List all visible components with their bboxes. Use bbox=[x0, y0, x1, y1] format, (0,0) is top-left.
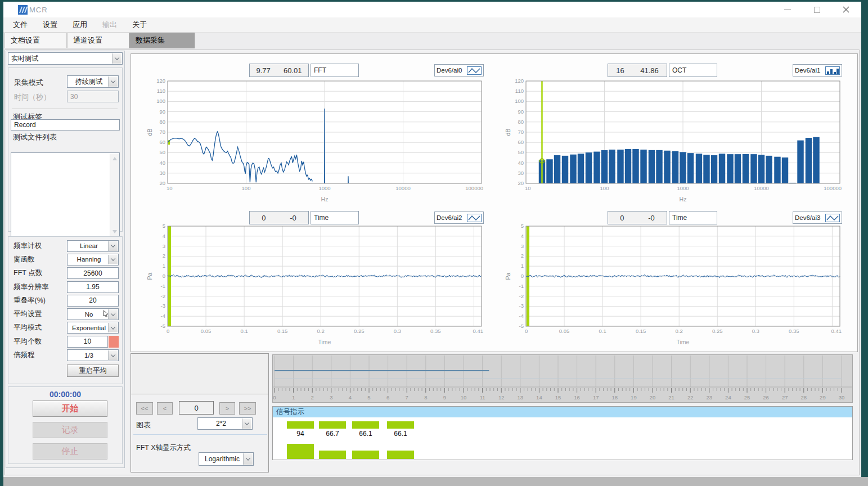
signal-level-bar bbox=[387, 421, 414, 429]
signal-peak-bar bbox=[287, 444, 314, 459]
close-button[interactable] bbox=[840, 4, 852, 15]
pager-prev-button[interactable]: < bbox=[157, 402, 173, 415]
start-button[interactable]: 开始 bbox=[33, 400, 107, 417]
record-button[interactable]: 记录 bbox=[33, 422, 107, 438]
svg-text:10000: 10000 bbox=[754, 185, 768, 191]
chart-layout-select[interactable]: 2*2 bbox=[197, 417, 253, 430]
svg-text:0.3: 0.3 bbox=[394, 328, 401, 334]
scroll-down-icon[interactable] bbox=[113, 230, 117, 233]
svg-text:0.35: 0.35 bbox=[430, 328, 441, 334]
plot-type-box[interactable]: Time bbox=[669, 211, 717, 224]
signal-channel-3: 66.1 bbox=[352, 407, 379, 461]
svg-text:12: 12 bbox=[498, 394, 505, 400]
svg-text:10: 10 bbox=[461, 394, 467, 400]
fft-xaxis-value: Logarithmic bbox=[205, 455, 248, 463]
cursor-readout-box: 9.7760.01 bbox=[249, 64, 309, 77]
menu-item-3[interactable]: 应用 bbox=[73, 20, 87, 30]
acq-mode-select[interactable]: 持续测试 bbox=[67, 75, 119, 88]
svg-text:8: 8 bbox=[424, 394, 427, 400]
channel-label: Dev6/ai3 bbox=[795, 214, 820, 221]
svg-text:15: 15 bbox=[555, 394, 561, 400]
svg-text:dB: dB bbox=[146, 129, 153, 136]
fft-xaxis-select[interactable]: Logarithmic bbox=[199, 452, 254, 466]
scrollbar[interactable] bbox=[110, 154, 119, 237]
svg-text:0: 0 bbox=[167, 328, 169, 334]
analysis-select-7[interactable]: Exponential bbox=[67, 322, 119, 334]
channel-box[interactable]: Dev6/ai2 bbox=[434, 212, 484, 224]
analysis-select-1[interactable]: Linear bbox=[67, 240, 119, 252]
analysis-input-3[interactable]: 25600 bbox=[67, 267, 119, 279]
pager-first-button[interactable]: << bbox=[136, 402, 153, 415]
tab-2[interactable]: 通道设置 bbox=[67, 33, 129, 48]
plot-type-box[interactable]: OCT bbox=[669, 64, 717, 77]
channel-box[interactable]: Dev6/ai1 bbox=[793, 64, 842, 76]
acquisition-groupbox: 采集模式 持续测试 时间（秒） 30 测试标签 Record 测试文件列表 bbox=[8, 68, 123, 232]
svg-text:0: 0 bbox=[521, 273, 524, 279]
svg-text:19: 19 bbox=[631, 394, 637, 400]
acq-time-label: 时间（秒） bbox=[14, 92, 51, 102]
cursor-readout-value: 16 bbox=[616, 66, 624, 75]
svg-text:0: 0 bbox=[273, 394, 276, 400]
maximize-button[interactable] bbox=[811, 4, 823, 15]
analysis-select-9[interactable]: 1/3 bbox=[67, 349, 119, 361]
svg-text:0.1: 0.1 bbox=[599, 328, 606, 334]
analysis-row-label: 倍频程 bbox=[14, 350, 67, 360]
channel-label: Dev6/ai0 bbox=[437, 67, 462, 74]
menu-item-2[interactable]: 设置 bbox=[43, 20, 57, 30]
line-icon bbox=[467, 214, 482, 222]
oct-plot[interactable]: 2030405060708090100110120101001000100001… bbox=[505, 79, 843, 204]
svg-text:Time: Time bbox=[318, 339, 331, 345]
svg-text:24: 24 bbox=[725, 394, 731, 400]
plot-type-box[interactable]: FFT bbox=[311, 64, 359, 77]
svg-text:20: 20 bbox=[518, 180, 524, 186]
svg-text:60: 60 bbox=[518, 139, 524, 145]
chart-layout-label: 图表 bbox=[136, 420, 151, 430]
pager-next-button[interactable]: > bbox=[219, 402, 235, 415]
cursor-readout-value: -0 bbox=[648, 214, 655, 222]
minimize-button[interactable] bbox=[781, 4, 794, 15]
test-tag-input[interactable]: Record bbox=[11, 119, 120, 130]
svg-text:17: 17 bbox=[593, 394, 599, 400]
plot-type-box[interactable]: Time bbox=[311, 211, 359, 224]
svg-text:Pa: Pa bbox=[146, 272, 153, 280]
restart-average-button[interactable]: 重启平均 bbox=[67, 364, 119, 377]
page-number-display[interactable]: 0 bbox=[179, 401, 214, 415]
time-chart-ai2-cell: 0-0TimeDev6/ai2-5-4-3-2-101234500.050.10… bbox=[132, 209, 489, 350]
svg-text:100: 100 bbox=[600, 185, 609, 191]
svg-text:1: 1 bbox=[292, 394, 295, 400]
stop-button[interactable]: 停止 bbox=[33, 443, 107, 460]
svg-text:100: 100 bbox=[156, 98, 165, 104]
pager-last-button[interactable]: >> bbox=[239, 402, 256, 415]
preview-area bbox=[131, 354, 268, 394]
channel-box[interactable]: Dev6/ai3 bbox=[793, 212, 842, 224]
test-file-listbox[interactable] bbox=[11, 152, 120, 238]
time-ai2-plot[interactable]: -5-4-3-2-101234500.050.10.150.20.250.30.… bbox=[146, 224, 485, 346]
menu-item-5[interactable]: 关于 bbox=[132, 20, 147, 30]
test-mode-select[interactable]: 实时测试 bbox=[8, 52, 123, 65]
acq-time-input[interactable]: 30 bbox=[67, 91, 119, 102]
svg-text:0.15: 0.15 bbox=[277, 328, 288, 334]
analysis-select-value: Hanning bbox=[77, 256, 109, 263]
analysis-input-4[interactable]: 1.95 bbox=[67, 281, 119, 293]
svg-text:90: 90 bbox=[518, 109, 524, 115]
tab-1[interactable]: 文档设置 bbox=[5, 33, 67, 48]
analysis-select-6[interactable]: No bbox=[67, 308, 119, 320]
menu-item-1[interactable]: 文件 bbox=[13, 20, 28, 30]
svg-text:0: 0 bbox=[163, 273, 165, 279]
time-ai3-plot[interactable]: -5-4-3-2-101234500.050.10.150.20.250.30.… bbox=[505, 224, 843, 346]
chevron-down-icon bbox=[108, 76, 118, 87]
signal-channel-4: 66.1 bbox=[387, 407, 414, 461]
cursor-readout-box: 0-0 bbox=[249, 211, 309, 224]
analysis-row-label: 平均模式 bbox=[14, 323, 67, 332]
analysis-input-5[interactable]: 20 bbox=[67, 295, 119, 307]
separator bbox=[12, 109, 118, 109]
chevron-down-icon bbox=[243, 453, 253, 465]
fft-plot[interactable]: 2030405060708090100110120101001000100001… bbox=[146, 79, 485, 204]
tab-3[interactable]: 数据采集 bbox=[129, 33, 195, 48]
elapsed-timer: 00:00:00 bbox=[8, 390, 122, 399]
cursor-readout-value: 60.01 bbox=[284, 66, 302, 75]
channel-box[interactable]: Dev6/ai0 bbox=[434, 64, 484, 76]
analysis-input-8[interactable]: 10 bbox=[67, 336, 108, 348]
scroll-up-icon[interactable] bbox=[113, 157, 117, 160]
analysis-select-2[interactable]: Hanning bbox=[67, 254, 119, 266]
